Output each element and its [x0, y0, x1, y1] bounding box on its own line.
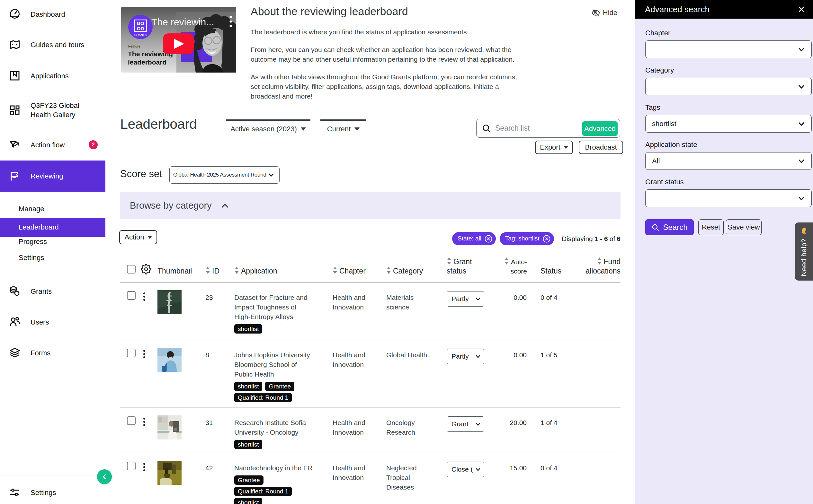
row-thumbnail[interactable]	[157, 348, 206, 372]
sidebar-item-reviewing[interactable]: Reviewing	[0, 161, 105, 192]
filter-chip-state[interactable]: State: all	[452, 232, 496, 245]
column-header-fund-allocations[interactable]: Fund allocations	[579, 257, 621, 282]
sidebar-subitem-settings[interactable]: Settings	[0, 250, 105, 265]
sidebar-subitem-label: Settings	[19, 254, 44, 262]
grant-status-select[interactable]: Close (	[447, 462, 484, 477]
row-status: 1 of 5	[531, 340, 579, 407]
search-button[interactable]: Search	[645, 219, 694, 235]
grant-status-select[interactable]: Partly	[447, 349, 484, 364]
column-header-application[interactable]: Application	[234, 266, 333, 282]
table-row: 31 Research Institute Sofia University -…	[120, 407, 621, 453]
sort-icon	[504, 257, 509, 265]
row-thumbnail[interactable]	[157, 461, 206, 485]
save-view-button[interactable]: Save view	[726, 219, 762, 235]
displaying-middle: of	[609, 235, 616, 243]
sidebar-item-users[interactable]: Users	[0, 313, 105, 331]
field-label-tags: Tags	[645, 103, 812, 112]
column-header-category[interactable]: Category	[386, 266, 447, 282]
video-thumbnail[interactable]: GO OD GRANTS Feature The reviewing leade…	[121, 7, 236, 73]
remove-filter-icon[interactable]	[542, 235, 551, 243]
sidebar-subitem-progress[interactable]: Progress	[0, 234, 105, 249]
sidebar-item-action-flow[interactable]: Action flow 2	[0, 136, 105, 154]
chevron-down-icon	[475, 296, 484, 302]
column-header-chapter[interactable]: Chapter	[333, 266, 386, 282]
column-header-auto-score[interactable]: Auto-score	[503, 257, 531, 282]
application-link[interactable]: Nanotechnology in the ER	[234, 463, 314, 473]
hide-label: Hide	[603, 9, 617, 17]
need-help-tab[interactable]: Need help?	[795, 222, 813, 281]
advanced-search-button[interactable]: Advanced	[582, 121, 618, 136]
application-link[interactable]: Dataset for Fracture and Impact Toughnes…	[234, 293, 314, 322]
sidebar-item-guides[interactable]: Guides and tours	[0, 36, 105, 54]
row-checkbox[interactable]	[127, 462, 135, 470]
grant-status-filter-select[interactable]	[645, 189, 812, 207]
sidebar-collapse-button[interactable]	[97, 469, 112, 484]
row-thumbnail[interactable]	[157, 415, 206, 439]
gear-icon[interactable]	[141, 264, 151, 274]
row-checkbox[interactable]	[127, 291, 135, 300]
sort-icon	[206, 266, 210, 274]
score-set-select[interactable]: Global Health 2025 Assessment Round	[169, 166, 280, 184]
field-label-application-state: Application state	[645, 140, 812, 150]
kebab-menu-icon[interactable]	[141, 350, 148, 359]
application-link[interactable]: Research Institute Sofia University - On…	[234, 418, 314, 437]
hide-link[interactable]: Hide	[591, 8, 617, 17]
sidebar-subitem-label: Progress	[19, 238, 47, 246]
row-category: Global Health	[386, 350, 436, 360]
chapter-select[interactable]	[645, 40, 812, 58]
row-fund-allocations	[579, 340, 621, 407]
sidebar-item-settings[interactable]: Settings	[0, 483, 105, 501]
close-icon[interactable]	[797, 5, 806, 14]
column-header-id[interactable]: ID	[206, 266, 234, 282]
row-fund-allocations	[579, 408, 621, 453]
filter-chip-tag[interactable]: Tag: shortlist	[500, 232, 554, 245]
action-flow-badge: 2	[89, 140, 98, 149]
sort-icon	[597, 257, 602, 265]
tag-pill: Qualified: Round 1	[234, 487, 292, 496]
application-state-select[interactable]: All	[645, 152, 812, 170]
sidebar-item-grants[interactable]: Grants	[0, 282, 105, 300]
column-label: Chapter	[339, 267, 366, 275]
tab-active-season[interactable]: Active season (2023)	[226, 119, 310, 133]
tags-select[interactable]: shortlist	[645, 115, 812, 133]
tags-select-value: shortlist	[646, 120, 797, 128]
reset-button[interactable]: Reset	[698, 219, 724, 235]
sidebar-item-applications[interactable]: Applications	[0, 67, 105, 85]
sidebar-subitem-manage[interactable]: Manage	[0, 201, 105, 217]
row-fund-allocations	[579, 453, 621, 504]
sidebar-item-label: Guides and tours	[31, 40, 84, 49]
row-checkbox[interactable]	[127, 416, 135, 425]
chevron-down-icon	[475, 421, 484, 427]
advanced-search-buttons: Search Reset Save view	[645, 219, 812, 235]
action-button[interactable]: Action	[119, 230, 157, 244]
column-header-status[interactable]: Status	[531, 266, 579, 282]
select-all-checkbox[interactable]	[127, 265, 135, 274]
column-header-thumbnail[interactable]: Thumbnail	[157, 266, 206, 282]
column-header-grant-status[interactable]: Grant status	[447, 257, 503, 282]
advanced-search-body: Chapter Category Tags shortlist	[635, 19, 813, 504]
kebab-menu-icon[interactable]	[141, 292, 148, 302]
sidebar-item-forms[interactable]: Forms	[0, 344, 105, 362]
sidebar-subitem-label: Manage	[19, 205, 44, 213]
kebab-menu-icon[interactable]	[141, 417, 148, 427]
row-thumbnail[interactable]	[157, 290, 206, 314]
sidebar-item-dashboard[interactable]: Dashboard	[0, 5, 105, 23]
about-paragraphs: The leaderboard is where you find the st…	[251, 27, 522, 109]
tab-current[interactable]: Current	[320, 119, 366, 133]
caret-down-icon	[301, 127, 306, 131]
kebab-menu-icon[interactable]	[141, 463, 148, 472]
grant-status-select[interactable]: Grant	[447, 416, 484, 432]
export-button[interactable]: Export	[535, 141, 573, 154]
remove-filter-icon[interactable]	[484, 235, 493, 243]
sidebar-item-gallery[interactable]: Q3FY23 Global Health Gallery	[0, 101, 105, 119]
search-icon	[651, 223, 660, 231]
sort-icon	[447, 257, 451, 265]
category-select[interactable]	[645, 78, 812, 95]
page: Dashboard Guides and tours Applications	[0, 0, 813, 504]
browse-by-category-bar[interactable]: Browse by category	[120, 192, 621, 219]
column-label: Fund allocations	[585, 257, 621, 275]
application-link[interactable]: Johns Hopkins University Bloomberg Schoo…	[234, 350, 314, 379]
grant-status-select[interactable]: Partly	[447, 291, 484, 307]
row-checkbox[interactable]	[127, 349, 135, 357]
broadcast-button[interactable]: Broadcast	[579, 141, 623, 154]
